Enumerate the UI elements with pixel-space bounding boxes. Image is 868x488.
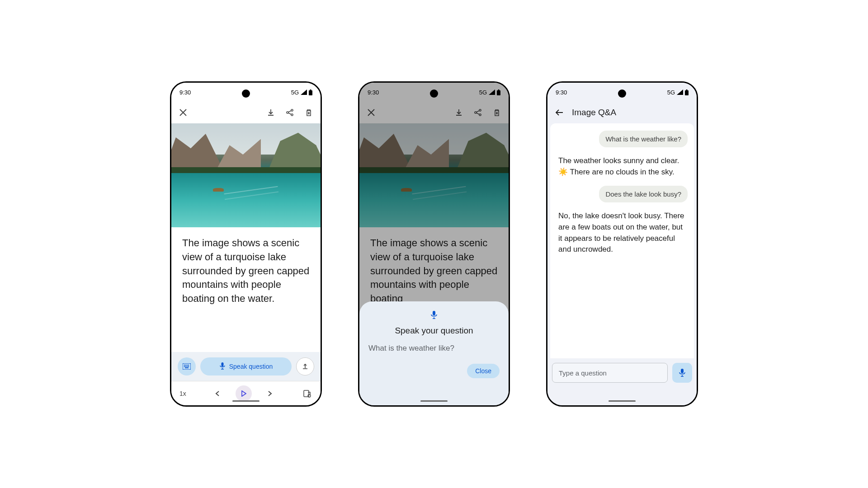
- user-message-text: Does the lake look busy?: [605, 190, 681, 198]
- speak-question-label: Speak question: [229, 363, 273, 370]
- chat-body: What is the weather like? The weather lo…: [550, 123, 694, 358]
- close-label: Close: [475, 367, 491, 375]
- share-icon[interactable]: [284, 107, 295, 118]
- svg-rect-13: [188, 366, 189, 367]
- camera-hole: [618, 89, 626, 98]
- svg-rect-8: [187, 365, 188, 366]
- svg-rect-23: [433, 311, 435, 315]
- delete-icon[interactable]: [303, 107, 314, 118]
- export-icon[interactable]: [302, 388, 312, 399]
- next-icon[interactable]: [264, 388, 275, 399]
- svg-rect-14: [185, 367, 189, 368]
- svg-rect-11: [185, 366, 186, 367]
- chat-text-input[interactable]: Type a question: [552, 363, 668, 383]
- chat-input-placeholder: Type a question: [559, 369, 607, 377]
- battery-icon: [685, 89, 689, 95]
- status-network: 5G: [667, 89, 675, 96]
- download-icon[interactable]: [265, 107, 276, 118]
- svg-rect-12: [187, 366, 188, 367]
- back-icon[interactable]: [554, 107, 565, 118]
- home-indicator: [232, 400, 259, 402]
- mic-icon: [430, 310, 438, 321]
- svg-rect-0: [310, 89, 311, 90]
- voice-transcript: What is the weather like?: [368, 344, 454, 353]
- camera-hole: [430, 89, 438, 98]
- svg-point-4: [291, 114, 293, 116]
- image-preview: [171, 123, 321, 227]
- svg-rect-7: [185, 365, 186, 366]
- image-description: The image shows a scenic view of a turqu…: [171, 227, 321, 352]
- assistant-message-text: No, the lake doesn't look busy. There ar…: [558, 211, 684, 253]
- home-indicator: [609, 400, 636, 402]
- svg-rect-15: [221, 362, 223, 366]
- close-button[interactable]: Close: [467, 364, 500, 378]
- assistant-message: The weather looks sunny and clear. ☀️ Th…: [557, 154, 688, 179]
- svg-point-2: [291, 109, 293, 111]
- upload-button[interactable]: [296, 357, 314, 375]
- camera-hole: [242, 89, 250, 98]
- status-time: 9:30: [179, 89, 191, 96]
- status-time: 9:30: [556, 89, 567, 96]
- battery-icon: [309, 89, 312, 95]
- chat-input-row: Type a question: [547, 358, 697, 405]
- previous-icon[interactable]: [212, 388, 223, 399]
- user-message: What is the weather like?: [599, 131, 688, 147]
- mic-button[interactable]: [672, 363, 692, 383]
- chat-app-bar: Image Q&A: [547, 102, 697, 123]
- home-indicator: [420, 400, 448, 402]
- speak-question-button[interactable]: Speak question: [200, 357, 292, 375]
- page-title: Image Q&A: [572, 108, 616, 117]
- assistant-message-text: The weather looks sunny and clear. ☀️ Th…: [558, 156, 679, 176]
- play-button[interactable]: [236, 385, 252, 402]
- svg-rect-10: [184, 366, 185, 367]
- input-bar: Speak question: [171, 352, 321, 381]
- svg-rect-26: [681, 369, 684, 373]
- sheet-title: Speak your question: [395, 326, 473, 336]
- svg-rect-24: [686, 89, 688, 90]
- svg-point-17: [308, 394, 311, 397]
- app-bar: [171, 102, 321, 123]
- keyboard-button[interactable]: [178, 357, 196, 375]
- speak-bottom-sheet: Speak your question What is the weather …: [359, 301, 509, 405]
- mic-icon: [219, 362, 226, 371]
- phone-screen-2: 9:30 5G The image shows a scenic view of…: [358, 81, 510, 407]
- svg-point-3: [287, 112, 288, 113]
- status-network: 5G: [291, 89, 299, 96]
- svg-rect-9: [188, 365, 189, 366]
- phone-screen-1: 9:30 5G The image shows a scenic view of…: [170, 81, 322, 407]
- playback-speed[interactable]: 1x: [179, 390, 186, 397]
- user-message: Does the lake look busy?: [599, 186, 688, 202]
- phone-screen-3: 9:30 5G Image Q&A What is the weather li…: [546, 81, 698, 407]
- user-message-text: What is the weather like?: [605, 135, 681, 143]
- signal-icon: [301, 89, 307, 95]
- svg-rect-1: [309, 90, 312, 95]
- svg-rect-6: [184, 365, 185, 366]
- svg-rect-25: [685, 90, 689, 95]
- assistant-message: No, the lake doesn't look busy. There ar…: [557, 209, 688, 257]
- close-icon[interactable]: [178, 107, 189, 118]
- signal-icon: [677, 89, 683, 95]
